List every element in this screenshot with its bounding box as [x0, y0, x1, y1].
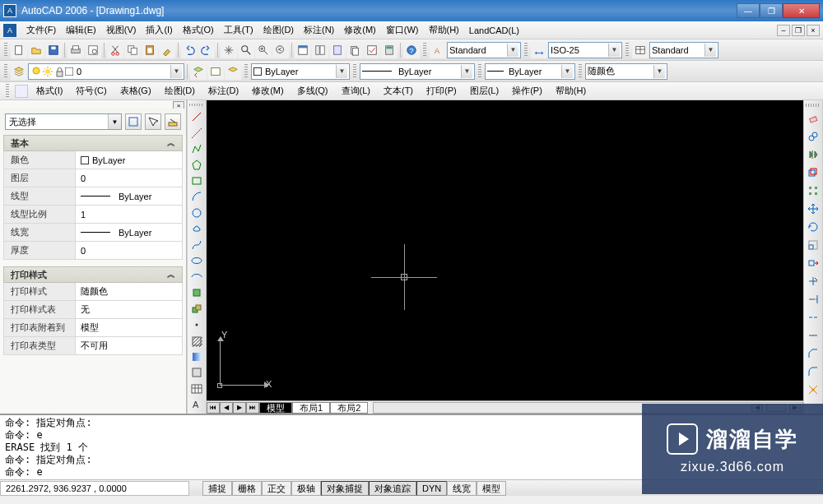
markup-button[interactable]	[364, 42, 380, 58]
drawing-canvas[interactable]: Y X	[207, 100, 803, 400]
point-button[interactable]	[188, 317, 205, 331]
category-plotstyle[interactable]: 打印样式︽	[3, 266, 183, 283]
line-button[interactable]	[188, 109, 205, 123]
properties-button[interactable]	[295, 42, 311, 58]
mdi-close-button[interactable]: ×	[807, 25, 820, 36]
sub-query[interactable]: 查询(L)	[337, 83, 375, 99]
sub-symbol[interactable]: 符号(C)	[71, 83, 111, 99]
minimize-button[interactable]: —	[737, 3, 760, 18]
copy-obj-button[interactable]	[805, 128, 821, 145]
insert-block-button[interactable]	[188, 285, 205, 299]
lineweight-combo[interactable]: ByLayer▼	[485, 63, 575, 80]
table-style-combo[interactable]: Standard▼	[649, 42, 718, 58]
toolbar-grip[interactable]	[423, 43, 426, 58]
menu-edit[interactable]: 编辑(E)	[61, 22, 101, 38]
prop-thick-value[interactable]: 0	[76, 242, 183, 260]
polygon-button[interactable]	[188, 158, 205, 172]
move-button[interactable]	[805, 201, 821, 217]
menu-modify[interactable]: 修改(M)	[339, 22, 381, 38]
calc-button[interactable]	[381, 42, 398, 58]
layer-manager-button[interactable]	[11, 63, 27, 80]
toggle-lwt[interactable]: 线宽	[447, 481, 477, 496]
ellipse-button[interactable]	[188, 254, 205, 268]
sub-op[interactable]: 操作(P)	[507, 83, 547, 99]
mtext-button[interactable]: A	[188, 398, 205, 412]
sub-mline[interactable]: 多线(Q)	[292, 83, 333, 99]
mdi-minimize-button[interactable]: –	[777, 25, 790, 36]
plotstyle-combo[interactable]: 随颜色▼	[585, 63, 667, 80]
toolbar-grip[interactable]	[625, 43, 629, 58]
sheetset-button[interactable]	[346, 42, 363, 58]
category-basic[interactable]: 基本︽	[3, 135, 183, 151]
layer-combo[interactable]: 0 ▼	[28, 63, 184, 80]
prop-ptype-value[interactable]: 不可用	[76, 337, 183, 355]
paste-button[interactable]	[142, 42, 158, 58]
revcloud-button[interactable]	[188, 222, 205, 236]
tab-model[interactable]: 模型	[259, 402, 292, 414]
prop-ltscale-value[interactable]: 1	[76, 206, 183, 224]
toggle-model[interactable]: 模型	[477, 481, 506, 496]
menu-view[interactable]: 视图(V)	[101, 22, 142, 38]
join-button[interactable]	[805, 327, 821, 344]
toolbar-grip[interactable]	[524, 43, 528, 58]
toggle-ortho[interactable]: 正交	[262, 481, 291, 496]
rotate-button[interactable]	[805, 219, 821, 235]
toggle-snap[interactable]: 捕捉	[202, 481, 232, 496]
tab-layout1[interactable]: 布局1	[292, 402, 330, 414]
sub-dim[interactable]: 标注(D)	[203, 83, 244, 99]
dim-style-combo[interactable]: ISO-25▼	[548, 42, 622, 58]
break-button[interactable]	[805, 309, 821, 326]
region-button[interactable]	[188, 366, 205, 380]
toggle-pickadd-button[interactable]	[165, 113, 181, 130]
layer-states-button[interactable]	[207, 63, 224, 80]
toolbar-grip[interactable]	[6, 84, 9, 99]
open-button[interactable]	[28, 42, 44, 58]
rectangle-button[interactable]	[188, 173, 205, 187]
design-center-button[interactable]	[312, 42, 328, 58]
menu-help[interactable]: 帮助(H)	[424, 22, 464, 38]
toggle-grid[interactable]: 栅格	[232, 481, 262, 496]
toolbar-grip[interactable]	[189, 104, 204, 106]
toolbar-grip[interactable]	[4, 43, 7, 58]
coords-display[interactable]: 2261.2972, 936.9237 , 0.0000	[0, 481, 189, 496]
toggle-osnap[interactable]: 对象捕捉	[321, 481, 369, 496]
toolbar-grip[interactable]	[4, 64, 7, 79]
menu-draw[interactable]: 绘图(D)	[258, 22, 299, 38]
make-block-button[interactable]	[188, 302, 205, 316]
stretch-button[interactable]	[805, 255, 821, 271]
toolbar-grip[interactable]	[244, 64, 248, 79]
maximize-button[interactable]: ❐	[760, 3, 783, 18]
textstyle-icon[interactable]: A	[430, 42, 446, 58]
chamfer-button[interactable]	[805, 345, 821, 362]
prop-lweight-value[interactable]: ByLayer	[76, 224, 183, 242]
sub-format[interactable]: 格式(I)	[31, 83, 67, 99]
pan-button[interactable]	[221, 42, 237, 58]
prop-linetype-value[interactable]: ByLayer	[76, 187, 183, 206]
tab-next-button[interactable]: ▶	[233, 402, 246, 414]
toggle-polar[interactable]: 极轴	[291, 481, 321, 496]
save-button[interactable]	[45, 42, 62, 58]
linetype-combo[interactable]: ByLayer▼	[360, 63, 475, 80]
layer-iso-button[interactable]	[225, 63, 241, 80]
circle-button[interactable]	[188, 206, 205, 220]
tablestyle-icon[interactable]	[632, 42, 649, 58]
sub-table[interactable]: 表格(G)	[115, 83, 156, 99]
sub-icon[interactable]	[15, 85, 28, 98]
toolbar-grip[interactable]	[478, 64, 481, 79]
zoom-window-button[interactable]	[255, 42, 272, 58]
toolbar-grip[interactable]	[806, 104, 821, 107]
prop-ptable-value[interactable]: 无	[76, 301, 183, 319]
menu-dim[interactable]: 标注(N)	[299, 22, 339, 38]
pline-button[interactable]	[188, 141, 205, 155]
ellipse-arc-button[interactable]	[188, 270, 205, 284]
sub-help[interactable]: 帮助(H)	[551, 83, 591, 99]
quick-select-button[interactable]	[125, 113, 142, 130]
layer-previous-button[interactable]	[190, 63, 207, 80]
menu-format[interactable]: 格式(O)	[178, 22, 219, 38]
undo-button[interactable]	[181, 42, 198, 58]
sub-layer[interactable]: 图层(L)	[465, 83, 504, 99]
zoom-previous-button[interactable]	[272, 42, 289, 58]
offset-button[interactable]	[805, 164, 821, 181]
array-button[interactable]	[805, 183, 821, 199]
tool-palettes-button[interactable]	[329, 42, 346, 58]
